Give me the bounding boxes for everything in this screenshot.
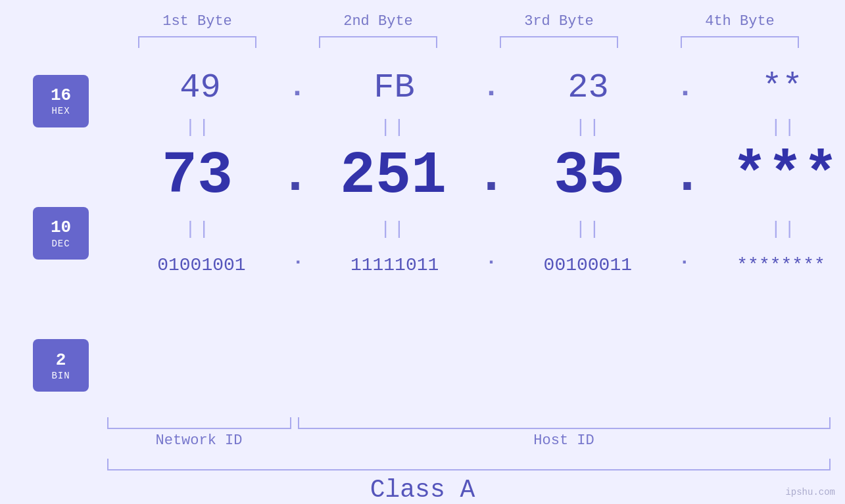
equals-row-2: || || || || <box>102 219 845 239</box>
values-grid: 49 . FB . 23 . ** || || || || 73 <box>102 55 845 412</box>
bin-row: 01001001 . 11111011 . 00100011 . *******… <box>102 239 845 291</box>
dot-bin-2: . <box>485 248 497 268</box>
hex-val-b3: 23 <box>506 68 671 107</box>
network-bracket <box>107 417 291 429</box>
outer-bracket <box>107 459 831 470</box>
dec-row: 73 . 251 . 35 . *** <box>102 137 845 216</box>
byte2-header: 2nd Byte <box>306 13 450 30</box>
dot-dec-1: . <box>279 150 311 202</box>
bracket-byte3 <box>500 36 618 48</box>
hex-val-b4: ** <box>700 68 845 107</box>
hex-val-b2: FB <box>312 68 477 107</box>
dot-bin-1: . <box>292 248 304 268</box>
byte4-header: 4th Byte <box>667 13 812 30</box>
hex-badge-num: 16 <box>51 85 71 106</box>
dec-val-b2: 251 <box>311 143 475 210</box>
eq2-b2: || <box>312 219 476 239</box>
byte3-header: 3rd Byte <box>487 13 631 30</box>
bin-badge: 2 BIN <box>33 339 89 392</box>
dec-val-b1: 73 <box>115 143 279 210</box>
hex-row: 49 . FB . 23 . ** <box>102 61 845 114</box>
dot-bin-3: . <box>679 248 690 268</box>
badges-column: 16 HEX 10 DEC 2 BIN <box>20 55 102 412</box>
dec-badge: 10 DEC <box>33 207 89 260</box>
network-id-label: Network ID <box>107 432 291 449</box>
host-id-label: Host ID <box>298 432 831 449</box>
eq1-b3: || <box>506 117 671 137</box>
class-label: Class A <box>61 476 785 504</box>
eq2-b3: || <box>506 219 671 239</box>
bin-val-b4: ******** <box>699 255 845 275</box>
bracket-byte1 <box>138 36 256 48</box>
watermark: ipshu.com <box>785 487 835 497</box>
dec-val-b4: *** <box>703 143 845 210</box>
eq1-b1: || <box>116 117 281 137</box>
dot-dec-3: . <box>671 150 703 202</box>
id-labels: Network ID Host ID <box>107 432 831 449</box>
top-brackets <box>107 36 831 48</box>
dec-badge-num: 10 <box>51 218 71 238</box>
content-area: 16 HEX 10 DEC 2 BIN 49 . FB . 23 . ** <box>0 55 845 412</box>
bracket-byte2 <box>319 36 437 48</box>
eq2-b1: || <box>116 219 281 239</box>
main-container: 1st Byte 2nd Byte 3rd Byte 4th Byte 16 H… <box>0 0 845 504</box>
bottom-section: Network ID Host ID <box>107 417 831 449</box>
host-bracket <box>298 417 831 429</box>
dot-hex-1: . <box>289 73 306 103</box>
bin-val-b3: 00100011 <box>506 255 670 275</box>
bin-badge-label: BIN <box>51 371 70 381</box>
dot-hex-2: . <box>483 73 500 103</box>
bin-badge-num: 2 <box>56 350 66 371</box>
hex-badge-label: HEX <box>51 106 70 116</box>
hex-val-b1: 49 <box>118 68 283 107</box>
dec-val-b3: 35 <box>507 143 671 210</box>
byte-headers: 1st Byte 2nd Byte 3rd Byte 4th Byte <box>107 13 831 30</box>
bin-val-b1: 01001001 <box>119 255 283 275</box>
byte1-header: 1st Byte <box>125 13 270 30</box>
eq1-b2: || <box>312 117 476 137</box>
bracket-byte4 <box>681 36 799 48</box>
dec-badge-label: DEC <box>51 239 70 249</box>
dot-dec-2: . <box>475 150 507 202</box>
hex-badge: 16 HEX <box>33 75 89 127</box>
bin-val-b2: 11111011 <box>312 255 477 275</box>
dot-hex-3: . <box>677 73 694 103</box>
eq2-b4: || <box>702 219 845 239</box>
equals-row-1: || || || || <box>102 117 845 137</box>
eq1-b4: || <box>702 117 845 137</box>
bottom-brackets <box>107 417 831 429</box>
